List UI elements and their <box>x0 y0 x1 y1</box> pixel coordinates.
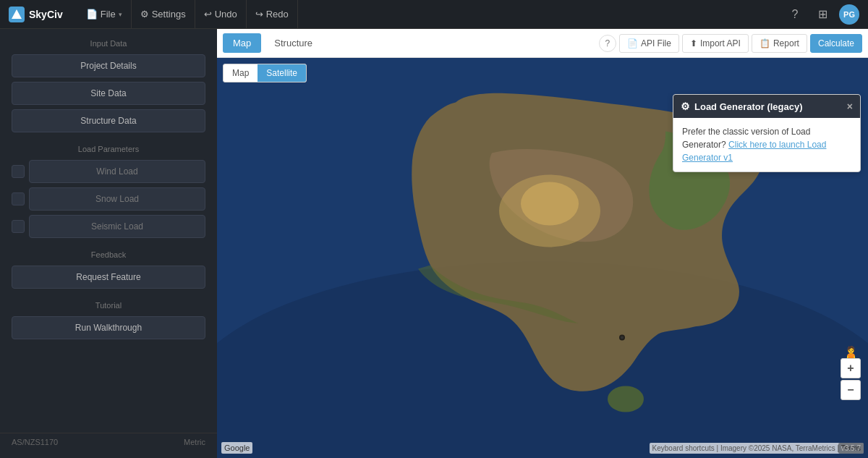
report-icon: 📋 <box>760 38 770 48</box>
main-layout: Input Data Project Details Site Data Str… <box>0 29 868 458</box>
svg-point-4 <box>521 182 579 226</box>
svg-marker-0 <box>12 9 22 19</box>
nav-right-icons: ? ⊞ PG <box>784 4 859 25</box>
tab-structure[interactable]: Structure <box>264 33 323 53</box>
wind-load-row: Wind Load <box>12 160 205 183</box>
import-api-button[interactable]: ⬆ Import API <box>682 34 749 53</box>
run-walkthrough-button[interactable]: Run Walkthrough <box>12 316 205 339</box>
apps-button[interactable]: ⊞ <box>812 4 833 25</box>
undo-icon: ↩ <box>204 9 212 20</box>
nav-undo[interactable]: ↩ Undo <box>195 0 247 29</box>
help-icon: ? <box>792 8 799 21</box>
redo-icon: ↪ <box>255 9 263 20</box>
zoom-out-button[interactable]: − <box>841 380 861 400</box>
feedback-label: Feedback <box>0 250 217 259</box>
calculate-button[interactable]: Calculate <box>810 34 862 53</box>
footer-standard: AS/NZS1170 <box>12 438 58 446</box>
nav-settings-label: Settings <box>152 9 186 20</box>
request-feature-button[interactable]: Request Feature <box>12 266 205 289</box>
snow-load-button[interactable]: Snow Load <box>29 187 205 211</box>
popup-header: ⚙ Load Generator (legacy) × <box>673 95 860 118</box>
popup-icon: ⚙ <box>681 101 690 112</box>
snow-load-checkbox[interactable] <box>12 192 25 205</box>
logo[interactable]: SkyCiv <box>9 7 63 22</box>
api-file-button[interactable]: 📄 API File <box>619 34 679 53</box>
view-map-tab[interactable]: Map <box>224 64 258 82</box>
tab-map[interactable]: Map <box>223 33 261 53</box>
map-toolbar: Map Structure ? 📄 API File ⬆ Import API … <box>217 29 868 58</box>
svg-point-7 <box>621 336 624 339</box>
map-background[interactable]: 🧍 + − Google Keyboard shortcuts | Imager… <box>217 58 868 458</box>
import-api-label: Import API <box>700 38 741 48</box>
file-icon: 📄 <box>86 9 98 20</box>
zoom-in-button[interactable]: + <box>841 358 861 378</box>
svg-point-5 <box>608 386 644 412</box>
settings-icon: ⚙ <box>140 9 149 20</box>
load-generator-popup: ⚙ Load Generator (legacy) × Prefer the c… <box>673 94 861 172</box>
avatar-text: PG <box>843 10 855 19</box>
report-button[interactable]: 📋 Report <box>752 34 807 53</box>
tutorial-label: Tutorial <box>0 301 217 310</box>
logo-icon <box>9 7 25 22</box>
file-chevron-icon: ▾ <box>119 11 122 18</box>
popup-body-text: Prefer the classic version of Load Gener… <box>682 127 826 163</box>
version-label: v3.5.7 <box>838 443 864 454</box>
map-zoom-controls: + − <box>841 358 861 400</box>
logo-text: SkyCiv <box>29 9 63 20</box>
calculate-label: Calculate <box>818 38 854 48</box>
snow-load-row: Snow Load <box>12 187 205 211</box>
nav-settings[interactable]: ⚙ Settings <box>132 0 195 29</box>
api-file-icon: 📄 <box>627 38 638 48</box>
report-label: Report <box>773 38 799 48</box>
popup-link[interactable]: Click here to launch Load Generator v1 <box>682 140 826 163</box>
site-data-button[interactable]: Site Data <box>12 82 205 105</box>
popup-title: Load Generator (legacy) <box>694 101 803 112</box>
top-navigation: SkyCiv 📄 File ▾ ⚙ Settings ↩ Undo ↪ Redo… <box>0 0 868 29</box>
input-data-label: Input Data <box>0 39 217 48</box>
popup-body: Prefer the classic version of Load Gener… <box>673 118 860 171</box>
wind-load-checkbox[interactable] <box>12 165 25 178</box>
sidebar-footer: AS/NZS1170 Metric <box>0 433 217 451</box>
map-help-button[interactable]: ? <box>599 35 616 52</box>
seismic-load-checkbox[interactable] <box>12 220 25 233</box>
import-icon: ⬆ <box>690 38 697 48</box>
seismic-load-row: Seismic Load <box>12 215 205 238</box>
nav-file-label: File <box>101 9 116 20</box>
popup-close-button[interactable]: × <box>847 101 853 111</box>
structure-data-button[interactable]: Structure Data <box>12 109 205 132</box>
view-satellite-tab[interactable]: Satellite <box>258 64 306 82</box>
nav-undo-label: Undo <box>215 9 237 20</box>
map-area: Map Structure ? 📄 API File ⬆ Import API … <box>217 29 868 458</box>
project-details-button[interactable]: Project Details <box>12 54 205 77</box>
api-file-label: API File <box>641 38 671 48</box>
map-copyright: Keyboard shortcuts | Imagery ©2025 NASA,… <box>650 443 864 454</box>
nav-redo[interactable]: ↪ Redo <box>247 0 298 29</box>
nav-file[interactable]: 📄 File ▾ <box>77 0 132 29</box>
help-button[interactable]: ? <box>784 4 806 25</box>
load-parameters-label: Load Parameters <box>0 145 217 153</box>
footer-unit: Metric <box>184 438 205 446</box>
wind-load-button[interactable]: Wind Load <box>29 160 205 183</box>
user-avatar[interactable]: PG <box>839 4 859 25</box>
sidebar: Input Data Project Details Site Data Str… <box>0 29 217 458</box>
nav-redo-label: Redo <box>266 9 289 20</box>
apps-icon: ⊞ <box>818 7 827 21</box>
seismic-load-button[interactable]: Seismic Load <box>29 215 205 238</box>
map-view-tabs: Map Satellite <box>223 64 307 82</box>
map-attribution: Google <box>221 442 252 454</box>
